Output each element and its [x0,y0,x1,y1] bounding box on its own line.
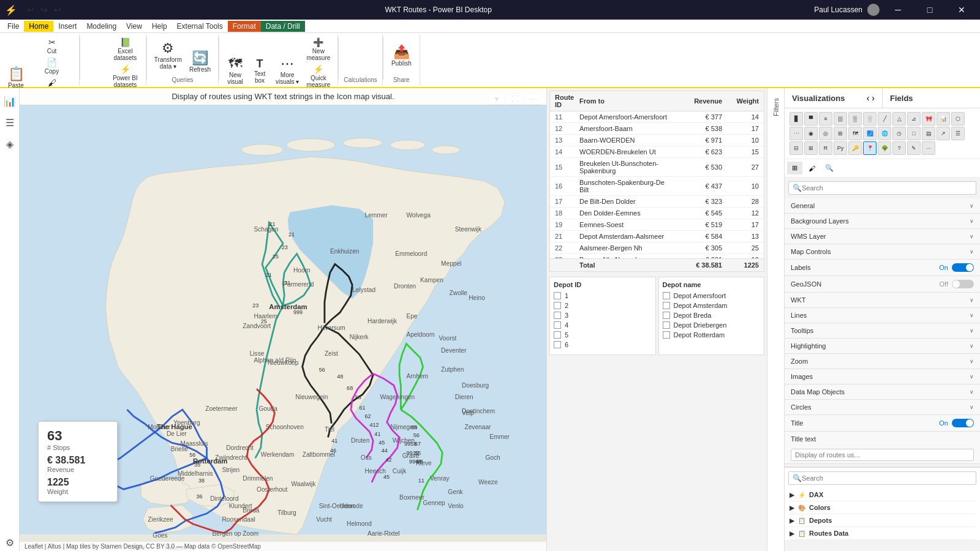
data-map-objects-header[interactable]: Data Map Objects ∨ [785,384,980,399]
table-row[interactable]: 13 Baarn-WOERDEN € 971 10 [550,135,764,146]
title-header[interactable]: Title On [785,415,980,431]
visualizations-tab-label[interactable]: Visualizations [792,94,845,103]
depot-id-checkbox[interactable] [554,302,561,309]
depot-id-checkbox[interactable] [554,321,561,329]
dax-section[interactable]: ▶ ⚡ DAX [790,489,975,501]
table-row[interactable]: 23 Bergen Nh-Abcoude € 661 10 [550,254,764,258]
geojson-toggle[interactable] [952,280,974,288]
menu-file[interactable]: File [2,21,24,32]
depot-id-checkbox[interactable] [554,331,561,339]
viz-scatter[interactable]: ⋯ [790,127,803,140]
report-view-icon[interactable]: 📊 [1,93,18,110]
viz-nav-left[interactable]: ‹ [867,93,870,103]
viz-python[interactable]: Py [834,141,847,155]
depot-name-checkbox[interactable] [663,312,670,319]
depot-name-item[interactable]: Depot Driebergen [663,321,761,329]
copy-button[interactable]: 📄Copy [29,57,74,76]
viz-azure-map[interactable]: 🌐 [878,127,891,140]
labels-toggle[interactable] [952,263,974,272]
title-toggle[interactable] [952,419,974,427]
viz-build-tab[interactable]: ⊞ [787,162,802,174]
depot-name-item[interactable]: Depot Amersfoort [663,292,761,299]
table-row[interactable]: 19 Eemnes-Soest € 519 17 [550,219,764,231]
depot-id-checkbox[interactable] [554,292,561,299]
menu-external-tools[interactable]: External Tools [172,21,228,32]
redo-button[interactable]: ↪ [39,4,49,16]
viz-key-influencers[interactable]: 🔑 [848,141,862,155]
fields-search-input[interactable] [802,474,972,482]
menu-modeling[interactable]: Modeling [81,21,121,32]
depot-name-item[interactable]: Depot Amsterdam [663,302,761,309]
tooltips-header[interactable]: Tooltips ∨ [785,323,980,338]
depot-name-checkbox[interactable] [663,292,670,299]
table-row[interactable]: 15 Breukelen Ut-Bunschoten-Spakenburg € … [550,158,764,177]
viz-map[interactable]: 🗺 [848,127,862,140]
minimize-button[interactable]: ─ [884,0,911,20]
depot-name-item[interactable]: Depot Breda [663,312,761,319]
powerbi-datasets-button[interactable]: ⚡Power BIdatasets [110,64,141,89]
viz-donut[interactable]: ◎ [819,127,832,140]
depots-section[interactable]: ▶ 📋 Depots [790,514,975,527]
wkt-header[interactable]: WKT ∨ [785,293,980,307]
viz-card[interactable]: □ [907,127,921,140]
depot-id-checkbox[interactable] [554,341,561,348]
refresh-button[interactable]: 🔄 Refresh [187,50,213,74]
images-header[interactable]: Images ∨ [785,369,980,384]
map-controls-header[interactable]: Map Controls ∨ [785,244,980,259]
depot-id-item[interactable]: 5 [554,331,652,339]
menu-insert[interactable]: Insert [53,21,81,32]
viz-matrix[interactable]: ⊞ [804,141,818,155]
viz-decomp-tree[interactable]: 🌳 [878,141,891,155]
undo-button[interactable]: ↩ [26,4,36,16]
table-row[interactable]: 22 Aalsmeer-Bergen Nh € 305 25 [550,242,764,254]
viz-format-tab[interactable]: 🖌 [804,162,820,174]
viz-funnel[interactable]: ⬡ [951,112,965,126]
viz-clustered-bar[interactable]: ≡ [819,112,832,126]
viz-treemap[interactable]: ⊞ [834,127,847,140]
menu-view[interactable]: View [121,21,147,32]
lines-header[interactable]: Lines ∨ [785,308,980,323]
table-row[interactable]: 14 WOERDEN-Breukelen Ut € 623 15 [550,146,764,158]
viz-pie[interactable]: ◉ [804,127,818,140]
map-area[interactable]: ▼ ⛶ ⋯ Display of routes using WKT text s… [20,88,546,551]
more-visuals-button[interactable]: ⋯ Morevisuals ▾ [273,53,301,89]
viz-search-input[interactable] [802,184,972,192]
viz-icon-map[interactable]: 📍 [863,141,876,155]
viz-multi-row-card[interactable]: ▤ [922,127,935,140]
colors-section[interactable]: ▶ 🎨 Colors [790,501,975,514]
transform-data-button[interactable]: ⚙ Transformdata ▾ [152,37,184,74]
fields-search[interactable]: 🔍 [788,471,976,485]
depot-id-item[interactable]: 6 [554,341,652,348]
undo2-button[interactable]: ↩ [53,4,62,16]
close-button[interactable]: ✕ [948,0,975,20]
viz-ribbon[interactable]: 🎀 [922,112,935,126]
depot-id-item[interactable]: 2 [554,302,652,309]
viz-100-stacked-col[interactable]: ░ [863,112,876,126]
viz-table[interactable]: ⊟ [790,141,803,155]
new-measure-button[interactable]: ➕Newmeasure [304,37,333,62]
title-text-input[interactable] [791,449,974,461]
zoom-header[interactable]: Zoom ∨ [785,354,980,369]
new-visual-button[interactable]: 🗺 Newvisual [224,53,246,89]
viz-line[interactable]: ╱ [878,112,891,126]
table-row[interactable]: 16 Bunschoten-Spakenburg-De Bilt € 437 1… [550,177,764,196]
viz-nav-right[interactable]: › [872,93,875,103]
data-view-icon[interactable]: ☰ [3,114,17,131]
depot-name-checkbox[interactable] [663,321,670,329]
menu-data-drill[interactable]: Data / Drill [261,21,305,32]
background-layers-header[interactable]: Background Layers ∨ [785,214,980,228]
viz-filled-map[interactable]: 🗾 [863,127,876,140]
circles-header[interactable]: Circles ∨ [785,400,980,414]
viz-stacked-col[interactable]: ▀ [804,112,818,126]
quick-measure-button[interactable]: ⚡Quickmeasure [304,64,333,89]
viz-gauge[interactable]: ◷ [892,127,906,140]
table-row[interactable]: 18 Den Dolder-Eemnes € 545 12 [550,208,764,219]
depot-name-checkbox[interactable] [663,331,670,339]
viz-area[interactable]: △ [892,112,906,126]
routes-data-section[interactable]: ▶ 📋 Routes Data [790,527,975,540]
viz-clustered-col[interactable]: ||| [834,112,847,126]
viz-slicer[interactable]: ☰ [951,127,965,140]
viz-smart-narrative[interactable]: ✎ [907,141,921,155]
viz-more[interactable]: ··· [922,141,935,155]
highlighting-header[interactable]: Highlighting ∨ [785,339,980,353]
